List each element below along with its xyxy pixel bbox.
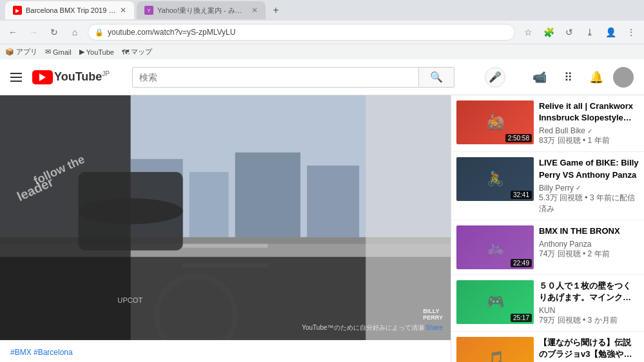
sidebar-video-title: BMX IN THE BRONX <box>539 225 639 237</box>
video-watermark: BILLYPERRY <box>423 308 443 321</box>
sidebar-video-title: Relive it all | Crankworx Innsbruck Slop… <box>539 100 639 124</box>
video-duration: 25:17 <box>511 314 532 322</box>
sidebar-video-item[interactable]: 🎵 1:07:10 【運ながら聞ける】伝説のブラジョv3【勉強や作業に最適】 ブ… <box>451 332 644 362</box>
bookmark-maps[interactable]: 🗺 マップ <box>122 47 152 57</box>
history-icon[interactable]: ↺ <box>561 24 577 40</box>
thumb-icon: 🎵 <box>456 337 534 362</box>
bookmark-gmail[interactable]: ✉ Gmail <box>45 48 72 56</box>
tab2-title: Yahoo!乗り換え案内 - みんなの知恵共有 <box>157 6 248 15</box>
youtube-logo[interactable]: YouTubeJP <box>32 70 110 84</box>
bookmark-youtube[interactable]: ▶ YouTube <box>79 48 114 56</box>
url-bar[interactable]: 🔒 youtube.com/watch?v=yS-zpMLVyLU <box>88 24 515 41</box>
sidebar-video-title: 【運ながら聞ける】伝説のブラジョv3【勉強や作業に最適】 <box>539 337 639 360</box>
video-duration: 22:49 <box>511 259 532 267</box>
youtube-app: YouTubeJP 🔍 🎤 📹 ⠿ 🔔 <box>0 59 644 362</box>
apps-button[interactable]: ⠿ <box>556 66 580 89</box>
upload-button[interactable]: 📹 <box>528 66 551 89</box>
header-icons: 📹 ⠿ 🔔 <box>528 66 634 89</box>
svg-rect-12 <box>79 172 183 251</box>
sidebar-channel: Red Bull Bike ✓ <box>539 126 639 135</box>
share-overlay[interactable]: Share <box>425 324 443 331</box>
search-input[interactable] <box>132 67 418 88</box>
sidebar-channel: Billy Perry ✓ <box>539 184 639 193</box>
back-button[interactable]: ← <box>5 24 21 40</box>
sidebar-thumb: 🚵 2:50:58 <box>456 100 534 144</box>
forward-button[interactable]: → <box>26 24 41 40</box>
sidebar-stats: 5.3万 回視聴 • 3 年前に配信済み <box>539 193 639 214</box>
video-duration: 32:41 <box>511 191 532 199</box>
sidebar-stats: 79万 回視聴 • 3 か月前 <box>539 315 639 326</box>
search-form: 🔍 <box>132 67 454 88</box>
sidebar-video-item[interactable]: 🚵 2:50:58 Relive it all | Crankworx Inns… <box>451 95 644 152</box>
menu-icon[interactable]: ⋮ <box>623 24 639 40</box>
sidebar: 🚵 2:50:58 Relive it all | Crankworx Inns… <box>451 95 644 362</box>
lock-icon: 🔒 <box>95 28 104 37</box>
verified-icon: ✓ <box>576 184 581 191</box>
tab2-close[interactable]: ✕ <box>251 6 258 15</box>
tab-close[interactable]: ✕ <box>120 6 126 15</box>
svg-rect-7 <box>183 244 268 248</box>
sidebar-stats: 74万 回視聴 • 2 年前 <box>539 249 639 260</box>
tab-title: Barcelona BMX Trip 2019 -... <box>26 6 116 14</box>
bookmark-apps[interactable]: 📦 アプリ <box>5 47 37 57</box>
user-icon[interactable]: 👤 <box>603 24 618 40</box>
tab2-favicon: Y <box>144 6 153 15</box>
browser-chrome: ▶ Barcelona BMX Trip 2019 -... ✕ Y Yahoo… <box>0 0 644 59</box>
sidebar-video-info: Relive it all | Crankworx Innsbruck Slop… <box>539 100 639 146</box>
sidebar-video-info: BMX IN THE BRONX Anthony Panza 74万 回視聴 •… <box>539 225 639 269</box>
sidebar-video-info: LIVE Game of BIKE: Billy Perry VS Anthon… <box>539 157 639 214</box>
mic-button[interactable]: 🎤 <box>485 67 505 88</box>
sidebar-thumb: 🎵 1:07:10 <box>456 337 534 362</box>
reload-button[interactable]: ↻ <box>46 24 62 40</box>
video-duration: 2:50:58 <box>505 134 532 142</box>
extensions-icon[interactable]: 🧩 <box>541 24 556 40</box>
video-overlay: YouTube™のために自分好みによって清瀬 Share <box>302 323 443 332</box>
address-bar-row: ← → ↻ ⌂ 🔒 youtube.com/watch?v=yS-zpMLVyL… <box>0 21 644 44</box>
sidebar-stats: 83万 回視聴 • 1 年前 <box>539 135 639 146</box>
video-player[interactable]: follow the leader UPCOT BILLYPERRY YouTu… <box>0 95 451 340</box>
home-button[interactable]: ⌂ <box>67 24 83 40</box>
sidebar-video-item[interactable]: 🚲 22:49 BMX IN THE BRONX Anthony Panza 7… <box>451 220 644 275</box>
new-tab-button[interactable]: + <box>268 3 284 18</box>
logo-suffix: JP <box>102 70 110 77</box>
inactive-tab[interactable]: Y Yahoo!乗り換え案内 - みんなの知恵共有 ✕ <box>137 1 266 19</box>
youtube-body: follow the leader UPCOT BILLYPERRY YouTu… <box>0 95 644 362</box>
sidebar-channel: KUN <box>539 306 639 315</box>
video-info: #BMX #Barcelona Barcelona BMX Trip 2019 … <box>0 340 451 362</box>
sidebar-video-item[interactable]: 🎮 25:17 ５０人で１枚の壁をつくりあげます。マインクラフト【KUN】 KU… <box>451 275 644 332</box>
tab-favicon: ▶ <box>13 6 22 15</box>
sidebar-video-info: 【運ながら聞ける】伝説のブラジョv3【勉強や作業に最適】 ブライアンチャンネル … <box>539 337 639 362</box>
svg-text:UPCOT: UPCOT <box>117 296 142 304</box>
youtube-logo-text: YouTubeJP <box>54 70 110 84</box>
downloads-icon[interactable]: ⤓ <box>582 24 598 40</box>
hamburger-menu[interactable] <box>10 73 22 82</box>
video-frame: follow the leader UPCOT BILLYPERRY YouTu… <box>0 95 451 340</box>
notifications-button[interactable]: 🔔 <box>585 66 608 89</box>
sidebar-video-info: ５０人で１枚の壁をつくりあげます。マインクラフト【KUN】 KUN 79万 回視… <box>539 280 639 326</box>
video-tags[interactable]: #BMX #Barcelona <box>10 348 440 357</box>
verified-icon: ✓ <box>587 128 592 135</box>
url-text: youtube.com/watch?v=yS-zpMLVyLU <box>108 28 508 37</box>
sidebar-thumb: 🚲 22:49 <box>456 225 534 269</box>
search-button[interactable]: 🔍 <box>418 67 454 88</box>
youtube-logo-icon <box>32 70 53 84</box>
sidebar-video-title: ５０人で１枚の壁をつくりあげます。マインクラフト【KUN】 <box>539 280 639 303</box>
sidebar-video-title: LIVE Game of BIKE: Billy Perry VS Anthon… <box>539 157 639 180</box>
user-avatar[interactable] <box>613 67 634 88</box>
tab-bar: ▶ Barcelona BMX Trip 2019 -... ✕ Y Yahoo… <box>0 0 644 21</box>
sidebar-channel: Anthony Panza <box>539 240 639 249</box>
sidebar-video-item[interactable]: 🚴 32:41 LIVE Game of BIKE: Billy Perry V… <box>451 152 644 220</box>
sidebar-thumb: 🚴 32:41 <box>456 157 534 201</box>
active-tab[interactable]: ▶ Barcelona BMX Trip 2019 -... ✕ <box>5 1 134 19</box>
main-content: follow the leader UPCOT BILLYPERRY YouTu… <box>0 95 451 362</box>
bookmark-icon[interactable]: ☆ <box>520 24 536 40</box>
sidebar-thumb: 🎮 25:17 <box>456 280 534 324</box>
youtube-header: YouTubeJP 🔍 🎤 📹 ⠿ 🔔 <box>0 59 644 95</box>
bookmarks-bar: 📦 アプリ ✉ Gmail ▶ YouTube 🗺 マップ <box>0 44 644 59</box>
svg-rect-13 <box>366 95 451 340</box>
